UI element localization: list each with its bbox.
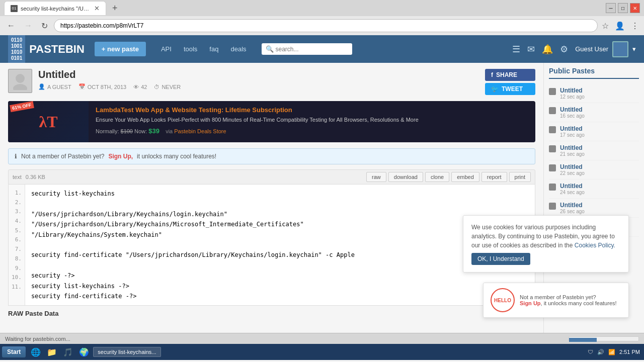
maximize-button[interactable]: □: [618, 3, 628, 13]
paste-name: Untitled: [560, 163, 585, 170]
info-icon: ℹ: [15, 153, 17, 160]
logo[interactable]: 0110100110100101 PASTEBIN: [8, 35, 85, 63]
main-nav: API tools faq deals: [156, 42, 252, 56]
toolbar-icons: ☆ 👤 ⋮: [601, 20, 640, 32]
paste-icon: [549, 203, 556, 210]
line-number: 7.: [12, 245, 22, 254]
svg-point-0: [16, 74, 25, 83]
taskbar-folder-icon[interactable]: 📁: [47, 347, 57, 357]
taskbar-ie-icon[interactable]: 🌐: [31, 347, 41, 357]
raw-paste-header: RAW Paste Data: [8, 306, 535, 321]
list-item[interactable]: Untitled 12 sec ago: [549, 84, 639, 103]
clone-button[interactable]: clone: [425, 172, 449, 182]
share-twitter-button[interactable]: 🐦 TWEET: [485, 83, 535, 95]
paste-time: 21 sec ago: [560, 151, 585, 157]
list-item[interactable]: Untitled 24 sec ago: [549, 179, 639, 199]
paste-name: Untitled: [560, 202, 585, 209]
paste-info: Untitled 16 sec ago: [560, 106, 585, 119]
raw-button[interactable]: raw: [366, 172, 386, 182]
taskbar-media-icon[interactable]: 🎵: [63, 347, 73, 357]
paste-info: Untitled 22 sec ago: [560, 163, 585, 176]
line-number: 5.: [12, 226, 22, 236]
taskbar-active-window[interactable]: security list-keychains...: [93, 347, 160, 357]
paste-icon: [549, 107, 556, 114]
user-menu[interactable]: Guest User ▾: [575, 41, 636, 57]
status-bar: Waiting for pastebin.com...: [0, 333, 644, 344]
facebook-icon: f: [491, 71, 493, 78]
search-icon: 🔍: [266, 45, 274, 53]
ad-via: via Pastebin Deals Store: [166, 128, 226, 134]
paste-info: Untitled 17 sec ago: [560, 125, 585, 138]
ad-pricing: Normally: $100 Now: $39 via Pastebin Dea…: [96, 127, 528, 135]
share-buttons: f SHARE 🐦 TWEET: [485, 69, 535, 95]
print-button[interactable]: print: [509, 172, 531, 182]
logo-text: PASTEBIN: [29, 43, 85, 56]
ad-description: Ensure Your Web App Looks Pixel-Perfect …: [96, 116, 528, 124]
embed-button[interactable]: embed: [451, 172, 479, 182]
list-item[interactable]: Untitled 16 sec ago: [549, 103, 639, 122]
cookies-policy-link[interactable]: Cookies Policy.: [575, 242, 615, 249]
line-number: 3.: [12, 207, 22, 217]
minimize-button[interactable]: ─: [606, 3, 616, 13]
forward-button[interactable]: →: [21, 20, 35, 31]
paste-name: Untitled: [560, 144, 585, 151]
deals-store-link[interactable]: Pastebin Deals Store: [174, 128, 226, 134]
address-input[interactable]: [54, 19, 598, 32]
meta-icon-expire: ⏱ NEVER: [154, 84, 181, 90]
code-header: text 0.36 KB raw download clone embed re…: [8, 169, 535, 185]
line-number: 2.: [12, 198, 22, 208]
nav-deals[interactable]: deals: [225, 42, 251, 56]
code-area: 1.2.3.4.5.6.7.8.9.10.11. security list-k…: [8, 185, 535, 306]
paste-name: Untitled: [560, 125, 585, 132]
bookmark-icon[interactable]: ☆: [601, 20, 610, 32]
new-tab-button[interactable]: +: [109, 0, 121, 17]
taskbar-chrome-icon[interactable]: 🌍: [79, 347, 89, 357]
user-icon[interactable]: 👤: [614, 20, 626, 32]
code-type: text: [13, 174, 22, 180]
list-item[interactable]: Untitled 21 sec ago: [549, 141, 639, 160]
list-item[interactable]: Untitled 17 sec ago: [549, 122, 639, 141]
paste-time: 26 sec ago: [560, 209, 585, 214]
nav-faq[interactable]: faq: [204, 42, 223, 56]
reload-button[interactable]: ↻: [38, 20, 51, 32]
list-item[interactable]: Untitled 22 sec ago: [549, 160, 639, 179]
back-button[interactable]: ←: [4, 20, 18, 31]
meta-icon-user: 👤 A GUEST: [38, 83, 71, 90]
paste-author: A GUEST: [47, 84, 71, 90]
download-button[interactable]: download: [388, 172, 423, 182]
nav-api[interactable]: API: [156, 42, 177, 56]
user-avatar: [612, 41, 628, 57]
taskbar-shield-icon: 🛡: [588, 349, 593, 355]
close-window-button[interactable]: ✕: [630, 3, 640, 13]
report-button[interactable]: report: [481, 172, 507, 182]
site-header: 0110100110100101 PASTEBIN + new paste AP…: [0, 35, 644, 63]
browser-tab[interactable]: 01 security list-keychains "/Users/jpric…: [4, 1, 106, 15]
mail-icon[interactable]: ✉: [527, 44, 535, 55]
document-icon[interactable]: ☰: [512, 44, 520, 55]
search-input[interactable]: [276, 46, 346, 53]
new-paste-button[interactable]: + new paste: [95, 42, 146, 56]
paste-time: 12 sec ago: [560, 94, 585, 100]
cookie-ok-button[interactable]: OK, I Understand: [471, 253, 530, 265]
signup-link[interactable]: Sign Up,: [108, 153, 133, 160]
tab-favicon: 01: [11, 5, 18, 12]
taskbar-items: 🌐 📁 🎵 🌍 security list-keychains...: [29, 347, 160, 357]
menu-icon[interactable]: ⋮: [630, 20, 640, 32]
bell-icon[interactable]: 🔔: [542, 44, 553, 55]
start-button[interactable]: Start: [2, 346, 26, 357]
paste-icon: [549, 88, 556, 95]
info-text: Not a member of Pastebin yet?: [21, 153, 104, 160]
ad-title[interactable]: LambdaTest Web App & Website Testing: Li…: [96, 106, 528, 114]
logo-icon: 0110100110100101: [8, 35, 25, 63]
paste-name: Untitled: [560, 106, 585, 113]
paste-name: Untitled: [560, 183, 585, 190]
share-facebook-button[interactable]: f SHARE: [485, 69, 535, 81]
hello-signup-link[interactable]: Sign Up: [520, 300, 541, 306]
ad-content: LambdaTest Web App & Website Testing: Li…: [89, 101, 535, 142]
settings-icon[interactable]: ⚙: [560, 44, 568, 55]
svg-point-1: [13, 84, 27, 90]
search-box[interactable]: 🔍: [262, 43, 352, 55]
paste-icon: [549, 145, 556, 152]
tab-close-icon[interactable]: ✕: [94, 5, 100, 12]
nav-tools[interactable]: tools: [179, 42, 202, 56]
